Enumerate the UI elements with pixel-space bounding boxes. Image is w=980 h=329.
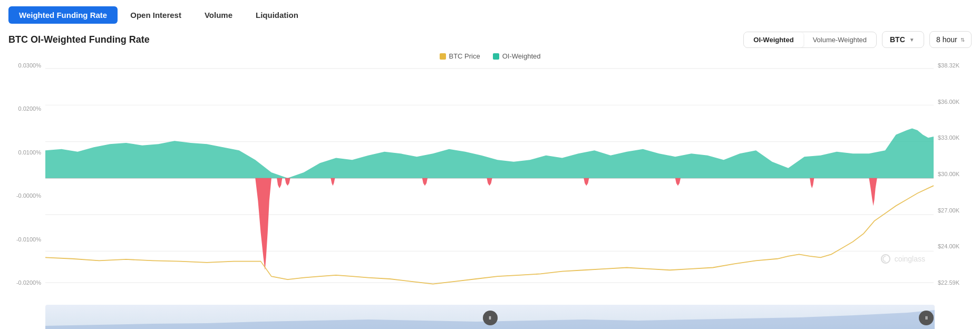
pause-icon-left: ⏸ <box>488 315 492 321</box>
pause-icon-right: ⏸ <box>924 315 929 321</box>
volume-weighted-button[interactable]: Volume-Weighted <box>803 32 876 47</box>
y-right-0: $38.32K <box>938 62 972 69</box>
y-right-3: $30.00K <box>938 171 972 177</box>
chevron-down-icon: ▼ <box>909 37 915 43</box>
y-left-4: -0.0100% <box>8 236 41 243</box>
chart-header: BTC OI-Weighted Funding Rate OI-Weighted… <box>8 31 972 48</box>
coinglass-logo-icon <box>880 253 891 265</box>
chart-area: 0.0300% 0.0200% 0.0100% -0.0000% -0.0100… <box>8 62 972 302</box>
oi-weighted-legend-dot <box>493 53 499 60</box>
coinglass-watermark: coinglass <box>880 253 925 265</box>
weight-toggle: OI-Weighted Volume-Weighted <box>743 32 877 48</box>
nav-tabs: Weighted Funding Rate Open Interest Volu… <box>8 6 972 24</box>
scroll-handle-left[interactable]: ⏸ <box>483 311 498 325</box>
chart-controls: OI-Weighted Volume-Weighted BTC ▼ 8 hour… <box>743 31 972 48</box>
y-left-0: 0.0300% <box>8 62 41 69</box>
chart-svg <box>45 62 934 302</box>
y-right-6: $22.59K <box>938 279 972 286</box>
scroll-handle-right[interactable]: ⏸ <box>919 311 934 325</box>
interval-selector[interactable]: 8 hour ⇅ <box>929 31 972 48</box>
y-right-4: $27.00K <box>938 207 972 214</box>
tab-weighted-funding-rate[interactable]: Weighted Funding Rate <box>8 6 118 24</box>
y-right-1: $36.00K <box>938 99 972 105</box>
up-down-arrows-icon: ⇅ <box>960 37 965 43</box>
tab-volume[interactable]: Volume <box>194 6 243 24</box>
y-right-5: $24.00K <box>938 243 972 249</box>
legend-btc-price: BTC Price <box>440 52 480 60</box>
y-axis-left: 0.0300% 0.0200% 0.0100% -0.0000% -0.0100… <box>8 62 45 302</box>
tab-open-interest[interactable]: Open Interest <box>120 6 192 24</box>
y-left-2: 0.0100% <box>8 149 41 156</box>
btc-price-legend-label: BTC Price <box>449 52 480 60</box>
y-right-2: $33.00K <box>938 134 972 141</box>
y-axis-right: $38.32K $36.00K $33.00K $30.00K $27.00K … <box>934 62 972 302</box>
asset-value: BTC <box>890 35 905 44</box>
chart-legend: BTC Price OI-Weighted <box>8 52 972 60</box>
asset-selector[interactable]: BTC ▼ <box>882 31 924 48</box>
btc-price-legend-dot <box>440 53 446 60</box>
y-left-1: 0.0200% <box>8 105 41 112</box>
oi-weighted-button[interactable]: OI-Weighted <box>744 32 803 47</box>
chart-title: BTC OI-Weighted Funding Rate <box>8 34 150 45</box>
y-left-3: -0.0000% <box>8 192 41 199</box>
y-left-5: -0.0200% <box>8 279 41 286</box>
chart-canvas: 2 Aug 6 Aug 10 Aug 14 Aug 18 Aug 22 Aug … <box>45 62 934 302</box>
legend-oi-weighted: OI-Weighted <box>493 52 541 60</box>
tab-liquidation[interactable]: Liquidation <box>245 6 309 24</box>
coinglass-text: coinglass <box>895 255 925 263</box>
oi-weighted-legend-label: OI-Weighted <box>502 52 541 60</box>
scroll-bar-area[interactable]: ⏸ ⏸ <box>45 305 935 329</box>
interval-value: 8 hour <box>936 35 957 44</box>
